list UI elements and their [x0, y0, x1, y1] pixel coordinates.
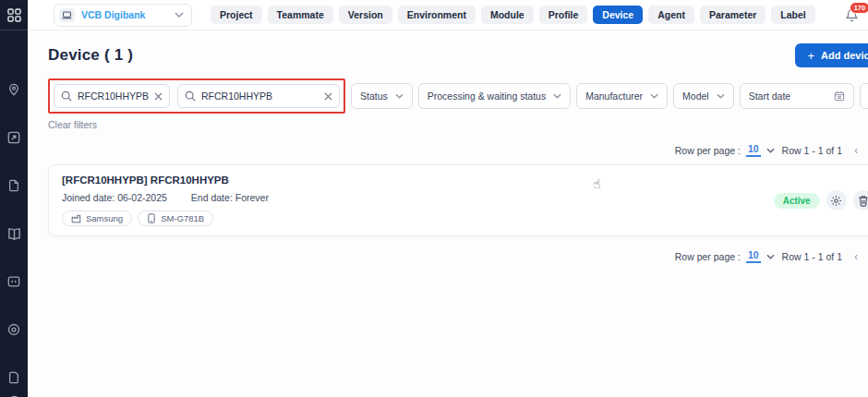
collapse-filters-button[interactable] [860, 83, 868, 109]
phone-icon [147, 213, 156, 223]
clear-filters-link[interactable]: Clear filters [48, 119, 97, 130]
nav-environment[interactable]: Environment [398, 6, 476, 24]
model-filter-label: Model [682, 90, 709, 102]
status-badge: Active [774, 193, 820, 209]
search-box-secondary [177, 84, 340, 108]
notification-count-badge: 170 [850, 2, 868, 14]
nav-profile[interactable]: Profile [539, 6, 588, 24]
processing-status-filter-label: Processing & waiting status [428, 90, 546, 102]
factory-icon [71, 213, 81, 223]
start-date-label: Start date [749, 90, 791, 102]
workspace-label: VCB Digibank [81, 9, 168, 20]
chevron-down-icon [717, 93, 725, 99]
location-pin-icon[interactable] [3, 78, 25, 101]
manufacturer-filter[interactable]: Manufacturer [576, 83, 668, 109]
rows-per-page-select[interactable]: 10 [746, 143, 761, 157]
device-delete-button[interactable] [853, 190, 868, 211]
status-filter[interactable]: Status [351, 83, 413, 109]
clear-search-icon[interactable] [324, 92, 332, 101]
app-root: VCB Digibank Project Teammate Version En… [0, 0, 868, 397]
notification-bell-icon[interactable]: 170 [843, 6, 862, 24]
device-dates: Joined date: 06-02-2025 End date: Foreve… [62, 192, 868, 203]
nav-device[interactable]: Device [593, 6, 643, 24]
target-icon[interactable] [3, 319, 25, 341]
headset-icon[interactable] [3, 390, 25, 397]
chevron-down-icon [766, 254, 775, 259]
model-tag-label: SM-G781B [161, 213, 204, 223]
topbar-right: 170 L [843, 5, 868, 25]
add-device-label: Add device [821, 50, 868, 61]
add-device-button[interactable]: + Add device [795, 43, 868, 67]
rows-per-page-label: Row per page : [675, 251, 741, 262]
device-settings-button[interactable] [826, 190, 847, 211]
chevron-down-icon [650, 93, 658, 99]
apps-grid-icon[interactable] [3, 4, 25, 26]
device-search-input-secondary[interactable] [201, 90, 319, 102]
nav-teammate[interactable]: Teammate [268, 6, 333, 24]
previous-page-button[interactable]: ‹ [848, 143, 864, 157]
gear-icon [830, 195, 842, 207]
chevron-down-icon [553, 93, 561, 99]
nav-agent[interactable]: Agent [648, 6, 694, 24]
search-icon [185, 90, 196, 102]
device-page: Device ( 1 ) + Add device [28, 30, 868, 397]
device-title: [RFCR10HHYPB] RFCR10HHYPB [62, 174, 868, 186]
pagination-top: Row per page : 10 Row 1 - 1 of 1 ‹ › [48, 143, 868, 157]
page-head: Device ( 1 ) + Add device [48, 43, 868, 67]
file-page-icon[interactable] [3, 367, 25, 389]
manufacturer-tag: Samsung [62, 211, 132, 226]
page-title: Device ( 1 ) [48, 46, 133, 65]
chevron-down-icon [395, 93, 404, 99]
row-range-label: Row 1 - 1 of 1 [782, 145, 842, 156]
nav-label[interactable]: Label [771, 6, 814, 24]
previous-page-button[interactable]: ‹ [848, 249, 864, 263]
device-card[interactable]: [RFCR10HHYPB] RFCR10HHYPB Joined date: 0… [48, 164, 868, 236]
rows-per-page-select[interactable]: 10 [746, 249, 761, 263]
highlighted-search-filters [48, 78, 345, 114]
device-card-actions: Active [774, 190, 868, 211]
trash-icon [858, 195, 868, 207]
document-icon[interactable] [3, 174, 25, 197]
model-filter[interactable]: Model [673, 83, 734, 109]
calendar-icon [834, 90, 845, 102]
sidebar-bottom-group [0, 389, 28, 397]
processing-status-filter[interactable]: Processing & waiting status [418, 83, 571, 109]
workspace-selector[interactable]: VCB Digibank [54, 4, 192, 27]
book-open-icon[interactable] [3, 223, 25, 245]
pagination-bottom: Row per page : 10 Row 1 - 1 of 1 ‹ › [48, 249, 868, 263]
laptop-icon [59, 8, 75, 22]
sidebar [0, 0, 28, 397]
main-area: VCB Digibank Project Teammate Version En… [28, 0, 868, 397]
clear-search-icon[interactable] [154, 92, 163, 101]
chevron-down-icon [766, 148, 775, 153]
search-box-primary [54, 84, 170, 108]
sidebar-nav-group [3, 78, 25, 389]
topbar: VCB Digibank Project Teammate Version En… [28, 0, 868, 30]
device-card-icon[interactable] [3, 271, 25, 293]
status-filter-label: Status [360, 90, 388, 102]
joined-date: Joined date: 06-02-2025 [62, 192, 167, 203]
plus-icon: + [807, 50, 814, 62]
model-tag: SM-G781B [138, 211, 213, 226]
nav-project[interactable]: Project [211, 6, 262, 24]
filter-row: Status Processing & waiting status Manuf… [48, 78, 868, 114]
nav-version[interactable]: Version [339, 6, 392, 24]
row-range-label: Row 1 - 1 of 1 [782, 251, 842, 262]
main-nav: Project Teammate Version Environment Mod… [211, 6, 815, 24]
sidebar-divider [0, 30, 28, 30]
end-date: End date: Forever [191, 192, 269, 203]
device-tags: Samsung SM-G781B [62, 211, 868, 226]
nav-parameter[interactable]: Parameter [700, 6, 766, 24]
rows-per-page-label: Row per page : [675, 145, 741, 156]
chevron-down-icon [175, 12, 184, 18]
device-search-input-primary[interactable] [78, 90, 149, 102]
search-icon [61, 90, 72, 102]
manufacturer-tag-label: Samsung [86, 213, 123, 223]
manufacturer-filter-label: Manufacturer [585, 90, 643, 102]
nav-module[interactable]: Module [481, 6, 534, 24]
start-date-filter[interactable]: Start date [740, 83, 854, 109]
calendar-share-icon[interactable] [3, 126, 25, 149]
